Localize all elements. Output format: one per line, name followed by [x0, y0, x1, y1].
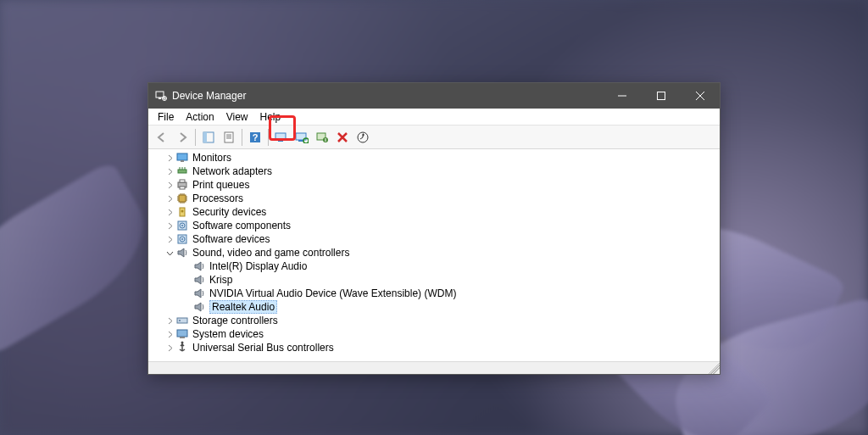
app-icon — [155, 90, 167, 102]
menu-file[interactable]: File — [152, 109, 180, 125]
svg-rect-22 — [180, 187, 185, 189]
svg-rect-12 — [298, 140, 303, 142]
cpu-icon — [175, 192, 189, 205]
svg-rect-0 — [156, 92, 164, 98]
svg-rect-6 — [225, 132, 233, 142]
minimize-button[interactable] — [603, 83, 642, 109]
expand-arrow-icon[interactable] — [164, 209, 175, 216]
tree-item-label: Realtek Audio — [209, 300, 277, 314]
svg-rect-1 — [159, 98, 161, 99]
svg-rect-3 — [658, 92, 665, 100]
menu-help[interactable]: Help — [254, 109, 287, 125]
sound-icon — [192, 300, 206, 314]
maximize-button[interactable] — [642, 83, 681, 109]
expand-arrow-icon[interactable] — [164, 168, 175, 176]
tree-item-label: Universal Serial Bus controllers — [192, 342, 334, 354]
toolbar: ? — [148, 125, 720, 149]
monitor-icon — [175, 151, 189, 165]
tree-item[interactable]: Realtek Audio — [148, 300, 720, 314]
usb-icon — [175, 341, 189, 354]
tree-item-label: Intel(R) Display Audio — [209, 260, 307, 272]
expand-arrow-icon[interactable] — [164, 154, 175, 162]
menu-view[interactable]: View — [220, 109, 254, 125]
svg-rect-17 — [177, 153, 187, 160]
svg-point-31 — [181, 238, 183, 240]
tree-item-label: Security devices — [192, 206, 266, 218]
tree-item[interactable]: Network adapters — [148, 165, 720, 178]
tree-item-label: Network adapters — [192, 165, 272, 177]
scan-for-changes-button[interactable] — [353, 128, 372, 147]
tree-item[interactable]: Monitors — [148, 151, 720, 165]
window-title: Device Manager — [172, 90, 603, 102]
tree-item[interactable]: Processors — [148, 192, 720, 205]
toolbar-separator — [242, 129, 242, 146]
printer-icon — [175, 178, 189, 192]
statusbar — [148, 361, 720, 374]
close-button[interactable] — [681, 83, 720, 109]
svg-text:?: ? — [253, 132, 259, 142]
help-button[interactable]: ? — [246, 128, 264, 147]
security-icon — [175, 205, 189, 219]
toolbar-separator — [268, 129, 269, 146]
tree-item-label: System devices — [192, 328, 264, 340]
storage-icon — [175, 314, 189, 327]
toolbar-separator — [195, 129, 196, 146]
tree-item[interactable]: Storage controllers — [148, 314, 720, 327]
tree-item[interactable]: Software components — [148, 219, 720, 232]
svg-rect-23 — [179, 195, 186, 202]
device-tree[interactable]: MonitorsNetwork adaptersPrint queuesProc… — [148, 149, 720, 361]
tree-item-label: NVIDIA Virtual Audio Device (Wave Extens… — [209, 287, 456, 299]
svg-rect-21 — [180, 180, 185, 182]
expand-arrow-icon[interactable] — [164, 195, 175, 203]
uninstall-device-button[interactable] — [313, 128, 331, 147]
sound-icon — [192, 259, 206, 273]
tree-item[interactable]: Krisp — [148, 273, 720, 287]
properties-button[interactable] — [220, 128, 238, 147]
sound-icon — [175, 246, 189, 259]
expand-arrow-icon[interactable] — [164, 317, 175, 325]
svg-rect-34 — [177, 330, 187, 337]
tree-item[interactable]: NVIDIA Virtual Audio Device (Wave Extens… — [148, 287, 720, 300]
expand-arrow-icon[interactable] — [164, 236, 175, 243]
expand-arrow-icon[interactable] — [164, 222, 175, 230]
expand-arrow-icon[interactable] — [164, 344, 175, 352]
svg-rect-18 — [181, 160, 184, 162]
expand-arrow-icon[interactable] — [164, 181, 175, 189]
update-driver-button[interactable] — [272, 128, 291, 147]
menu-action[interactable]: Action — [180, 109, 220, 125]
tree-item[interactable]: Software devices — [148, 232, 720, 246]
tree-item[interactable]: Sound, video and game controllers — [148, 246, 720, 259]
tree-item[interactable]: Universal Serial Bus controllers — [148, 341, 720, 354]
tree-item[interactable]: Print queues — [148, 178, 720, 192]
tree-item-label: Krisp — [209, 274, 232, 286]
system-icon — [175, 327, 189, 341]
tree-item[interactable]: Security devices — [148, 205, 720, 219]
tree-item[interactable]: System devices — [148, 327, 720, 341]
tree-item-label: Processors — [192, 192, 243, 204]
expand-arrow-icon[interactable] — [164, 331, 175, 338]
tree-item-label: Storage controllers — [192, 315, 278, 326]
svg-rect-35 — [180, 337, 185, 338]
scan-hardware-button[interactable] — [292, 128, 311, 147]
forward-button[interactable] — [173, 128, 192, 147]
software-icon — [175, 219, 189, 232]
network-icon — [175, 165, 189, 178]
software-icon — [175, 232, 189, 246]
tree-item-label: Sound, video and game controllers — [192, 247, 349, 259]
tree-item-label: Software components — [192, 220, 291, 231]
svg-rect-32 — [177, 318, 187, 323]
collapse-arrow-icon[interactable] — [164, 249, 175, 257]
back-button[interactable] — [153, 128, 171, 147]
svg-point-33 — [179, 320, 181, 321]
tree-item-label: Software devices — [192, 233, 270, 245]
svg-point-25 — [181, 210, 184, 213]
show-hide-console-tree-button[interactable] — [199, 128, 218, 147]
svg-rect-9 — [275, 133, 286, 140]
titlebar[interactable]: Device Manager — [148, 83, 720, 109]
sound-icon — [192, 273, 206, 287]
tree-item[interactable]: Intel(R) Display Audio — [148, 259, 720, 273]
menubar: File Action View Help — [148, 109, 720, 125]
disable-device-button[interactable] — [333, 128, 352, 147]
svg-rect-10 — [278, 140, 283, 142]
sound-icon — [192, 287, 206, 300]
